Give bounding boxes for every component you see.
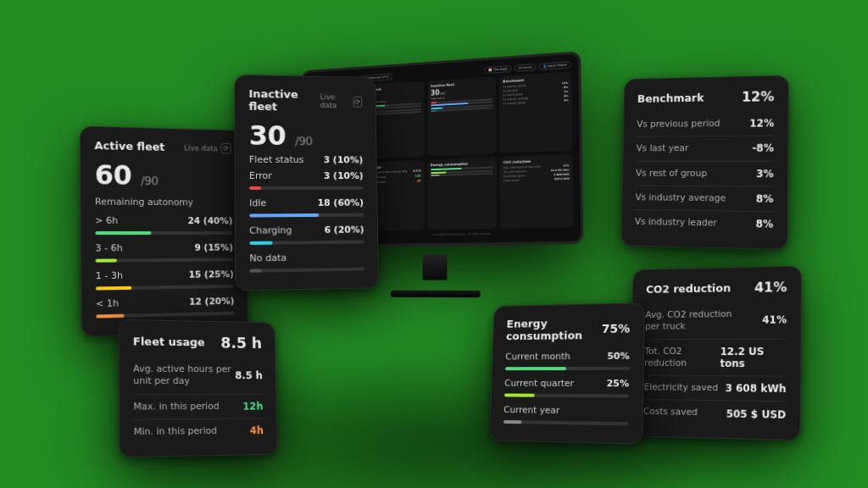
- active-fleet-card: Active fleet Live data⟳ 60 /90 Remaining…: [80, 126, 248, 337]
- card-title: Inactive fleet: [248, 87, 320, 114]
- list-item: 3 - 6h9 (15%): [95, 240, 233, 257]
- co2-reduction-card: CO2 reduction 41% Avg. CO2 reduction per…: [629, 266, 801, 441]
- progress-bar: [249, 240, 364, 245]
- benchmark-card: Benchmark 12% Vs previous period12% Vs l…: [620, 75, 789, 251]
- progress-bar: [504, 393, 629, 397]
- progress-bar: [505, 367, 630, 370]
- mini-energy-card[interactable]: Energy consumption: [427, 158, 497, 230]
- list-item: Idle18 (60%): [249, 195, 364, 212]
- progress-bar: [96, 312, 235, 319]
- list-item: Error3 (10%): [249, 168, 364, 184]
- filter-select[interactable]: All trucks: [515, 64, 537, 72]
- list-item: Current month50%: [505, 348, 630, 365]
- card-title: Fleet usage: [133, 335, 205, 348]
- list-item: Min. in this period4h: [134, 419, 264, 444]
- progress-bar: [504, 420, 629, 425]
- period-select[interactable]: 📅 This week: [485, 65, 512, 74]
- user-menu[interactable]: 👤 David Ellison: [539, 61, 571, 70]
- list-item: Electricity saved3 608 kWh: [643, 376, 786, 402]
- inactive-fleet-card: Inactive fleet Live data⟳ 30 /90 Fleet s…: [234, 75, 379, 291]
- list-item: Vs previous period12%: [637, 111, 774, 137]
- energy-consumption-card: Energy consumption 75% Current month50% …: [489, 302, 645, 444]
- list-item: Avg. CO2 reduction per truck41%: [645, 302, 787, 340]
- card-title: CO2 reduction: [646, 281, 731, 295]
- refresh-button[interactable]: Live data⟳: [184, 142, 231, 154]
- list-item: Vs industry average8%: [635, 186, 773, 212]
- footer-text: © Ecopilot Technologies Inc. All rights …: [358, 230, 574, 237]
- progress-bar: [95, 231, 233, 235]
- section-label: Remaining autonomy: [95, 196, 232, 208]
- refresh-button[interactable]: Live data⟳: [320, 92, 362, 109]
- list-item: Max. in this period12h: [133, 394, 263, 419]
- list-item: Vs rest of group3%: [636, 162, 774, 187]
- list-item: Current quarter25%: [504, 375, 629, 391]
- progress-bar: [96, 258, 234, 262]
- list-item: 1 - 3h15 (25%): [96, 266, 234, 284]
- list-item: Current year: [504, 402, 629, 419]
- list-item: Vs last year-8%: [636, 136, 774, 162]
- progress-bar: [249, 214, 364, 218]
- fleet-usage-card: Fleet usage 8.5 h Avg. active hours per …: [118, 319, 277, 458]
- mini-co2-card[interactable]: CO2 reduction Avg. CO2 reduction per tru…: [500, 154, 574, 229]
- list-item: Avg. active hours per unit per day8.5 h: [133, 358, 263, 395]
- card-title: Benchmark: [637, 92, 704, 105]
- list-item: Tot. CO2 reduction12.2 US tons: [644, 339, 787, 376]
- progress-bar: [96, 285, 234, 291]
- progress-bar: [249, 186, 364, 190]
- monitor-stand: [391, 254, 481, 297]
- list-item: No data: [249, 248, 364, 266]
- list-item: Charging6 (20%): [249, 222, 364, 239]
- headline-value: 41%: [754, 279, 787, 296]
- headline-value: 75%: [602, 322, 631, 336]
- refresh-icon: ⟳: [220, 143, 231, 154]
- card-title: Energy consumption: [506, 316, 602, 342]
- list-item: > 6h24 (40%): [95, 213, 233, 229]
- headline-value: 12%: [742, 88, 775, 105]
- list-item: < 1h12 (20%): [96, 293, 235, 312]
- mini-benchmark-card[interactable]: Benchmark Vs previous period12%Vs last y…: [499, 71, 572, 153]
- progress-bar: [249, 267, 364, 272]
- mini-inactive-card[interactable]: Inactive fleet 30/90 Fleet status: [427, 76, 497, 157]
- list-item: Vs industry leader8%: [635, 210, 774, 236]
- headline-value: 8.5 h: [220, 334, 262, 352]
- refresh-icon: ⟳: [353, 96, 362, 107]
- list-item: Costs saved505 $ USD: [643, 400, 787, 426]
- card-title: Active fleet: [94, 139, 164, 153]
